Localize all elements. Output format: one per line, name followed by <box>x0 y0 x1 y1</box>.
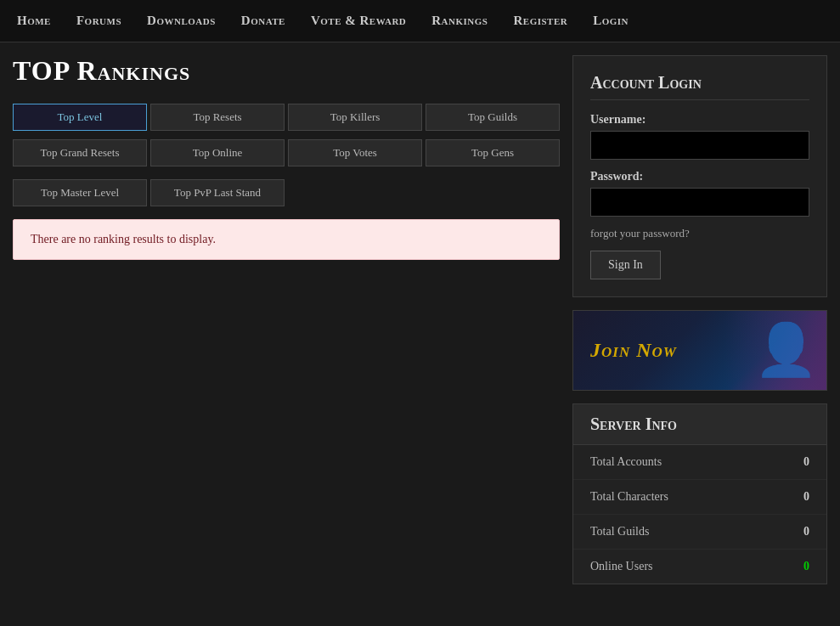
server-info-total-characters: Total Characters 0 <box>573 480 826 515</box>
nav-register[interactable]: Register <box>513 14 567 28</box>
tab-top-resets[interactable]: Top Resets <box>150 104 285 131</box>
server-info-title: Server Info <box>573 404 826 445</box>
server-info-online-users: Online Users 0 <box>573 550 826 584</box>
online-users-value: 0 <box>803 560 809 573</box>
total-guilds-label: Total Guilds <box>590 525 649 539</box>
tab-top-master-level[interactable]: Top Master Level <box>13 179 147 206</box>
tab-top-killers[interactable]: Top Killers <box>288 104 422 131</box>
server-info-total-accounts: Total Accounts 0 <box>573 445 826 480</box>
tab-top-gens[interactable]: Top Gens <box>426 139 560 166</box>
total-guilds-value: 0 <box>803 525 809 539</box>
tabs-row2: Top Grand Resets Top Online Top Votes To… <box>13 139 560 166</box>
total-characters-value: 0 <box>803 490 809 504</box>
tab-top-guilds[interactable]: Top Guilds <box>426 104 560 131</box>
nav-login[interactable]: Login <box>593 14 629 28</box>
forgot-password-link[interactable]: forgot your password? <box>590 227 809 240</box>
account-login-box: Account Login Username: Password: forgot… <box>572 55 827 297</box>
tab-top-pvp-last-stand[interactable]: Top PvP Last Stand <box>150 179 285 206</box>
left-panel: TOP Rankings Top Level Top Resets Top Ki… <box>13 55 560 260</box>
total-accounts-value: 0 <box>803 455 809 469</box>
tab-top-grand-resets[interactable]: Top Grand Resets <box>13 139 147 166</box>
main-nav: Home Forums Downloads Donate Vote & Rewa… <box>0 0 840 42</box>
nav-home[interactable]: Home <box>17 14 51 28</box>
total-characters-label: Total Characters <box>590 490 668 504</box>
nav-rankings[interactable]: Rankings <box>431 14 488 28</box>
page-title: TOP Rankings <box>13 55 560 87</box>
sign-in-button[interactable]: Sign In <box>590 251 661 279</box>
tab-top-level[interactable]: Top Level <box>13 104 147 131</box>
total-accounts-label: Total Accounts <box>590 455 662 469</box>
join-now-banner[interactable]: Join Now <box>572 310 827 391</box>
username-input[interactable] <box>590 131 809 160</box>
nav-downloads[interactable]: Downloads <box>147 14 216 28</box>
username-label: Username: <box>590 113 809 127</box>
tabs-row3: Top Master Level Top PvP Last Stand <box>13 179 560 206</box>
account-login-title: Account Login <box>590 73 809 100</box>
tab-top-online[interactable]: Top Online <box>150 139 285 166</box>
banner-figure <box>724 311 826 391</box>
join-now-text: Join Now <box>590 339 677 362</box>
nav-forums[interactable]: Forums <box>76 14 121 28</box>
no-results-message: There are no ranking results to display. <box>13 219 560 260</box>
tab-top-votes[interactable]: Top Votes <box>288 139 422 166</box>
tabs-row1: Top Level Top Resets Top Killers Top Gui… <box>13 104 560 131</box>
server-info-total-guilds: Total Guilds 0 <box>573 515 826 550</box>
server-info-box: Server Info Total Accounts 0 Total Chara… <box>572 403 827 584</box>
online-users-label: Online Users <box>590 560 653 573</box>
password-input[interactable] <box>590 188 809 217</box>
password-label: Password: <box>590 170 809 183</box>
right-panel: Account Login Username: Password: forgot… <box>572 55 827 584</box>
nav-vote-reward[interactable]: Vote & Reward <box>311 14 406 28</box>
nav-donate[interactable]: Donate <box>241 14 285 28</box>
